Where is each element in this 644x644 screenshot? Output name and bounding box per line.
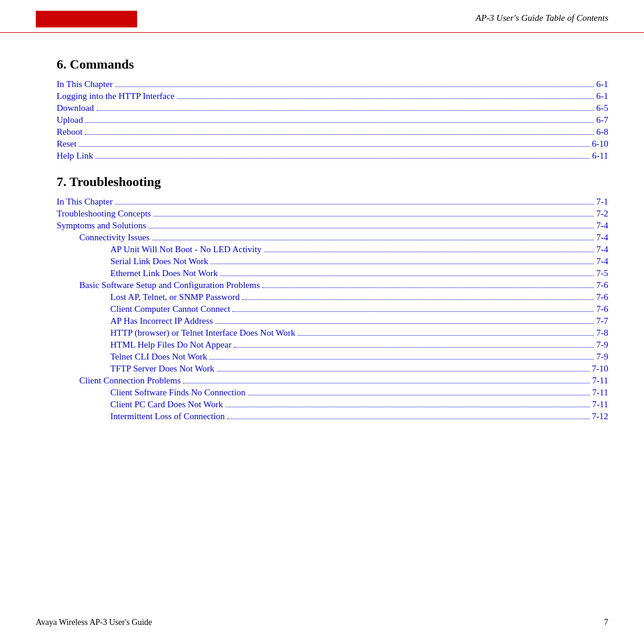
toc-link[interactable]: Client Connection Problems xyxy=(79,376,181,386)
toc-page: 6-1 xyxy=(596,91,608,101)
toc-dots xyxy=(248,395,590,395)
toc-link[interactable]: Basic Software Setup and Configuration P… xyxy=(79,280,260,290)
toc-dots xyxy=(148,228,594,228)
toc-link[interactable]: TFTP Server Does Not Work xyxy=(110,364,215,374)
toc-page: 6-10 xyxy=(592,139,609,149)
toc-entry: Telnet CLI Does Not Work7-9 xyxy=(57,352,608,362)
toc-entry: TFTP Server Does Not Work7-10 xyxy=(57,364,608,374)
toc-page: 7-9 xyxy=(596,352,608,362)
toc-link[interactable]: Logging into the HTTP Interface xyxy=(57,91,175,101)
toc-link[interactable]: HTTP (browser) or Telnet Interface Does … xyxy=(110,328,295,338)
toc-link[interactable]: In This Chapter xyxy=(57,79,113,89)
toc-entry: Serial Link Does Not Work7-4 xyxy=(57,256,608,267)
toc-page: 6-7 xyxy=(596,115,608,125)
toc-page: 6-11 xyxy=(592,151,608,161)
toc-link[interactable]: Lost AP, Telnet, or SNMP Password xyxy=(110,292,240,302)
footer: Avaya Wireless AP-3 User's Guide 7 xyxy=(36,618,608,627)
toc-link[interactable]: Client Computer Cannot Connect xyxy=(110,304,230,314)
content: 6. CommandsIn This Chapter6-1Logging int… xyxy=(0,33,644,422)
toc-entry: Client PC Card Does Not Work7-11 xyxy=(57,400,608,410)
toc-dots xyxy=(97,110,595,111)
toc-entry: Upload6-7 xyxy=(57,115,608,125)
toc-link[interactable]: AP Has Incorrect IP Address xyxy=(110,316,213,326)
toc-link[interactable]: Serial Link Does Not Work xyxy=(110,256,208,267)
toc-link[interactable]: Help Link xyxy=(57,151,93,161)
toc-link[interactable]: Upload xyxy=(57,115,83,125)
toc-link[interactable]: Telnet CLI Does Not Work xyxy=(110,352,207,362)
toc-dots xyxy=(217,371,590,371)
toc-dots xyxy=(177,98,594,99)
toc-page: 7-6 xyxy=(596,304,608,314)
toc-entry: HTML Help Files Do Not Appear7-9 xyxy=(57,340,608,350)
toc-dots xyxy=(225,407,590,407)
toc-dots xyxy=(95,158,590,159)
toc-link[interactable]: Reboot xyxy=(57,127,82,137)
toc-entry: Symptoms and Solutions7-4 xyxy=(57,221,608,231)
toc-link[interactable]: Troubleshooting Concepts xyxy=(57,209,151,219)
footer-left: Avaya Wireless AP-3 User's Guide xyxy=(36,618,152,627)
toc-entry: Connectivity Issues7-4 xyxy=(57,233,608,243)
toc-dots xyxy=(79,146,589,147)
toc-dots xyxy=(242,299,594,300)
toc-entry: HTTP (browser) or Telnet Interface Does … xyxy=(57,328,608,338)
toc-link[interactable]: Reset xyxy=(57,139,76,149)
toc-entry: AP Unit Will Not Boot - No LED Activity7… xyxy=(57,244,608,255)
toc-dots xyxy=(227,419,589,419)
toc-dots xyxy=(264,252,594,252)
toc-entry: Basic Software Setup and Configuration P… xyxy=(57,280,608,290)
toc-entry: Troubleshooting Concepts7-2 xyxy=(57,209,608,219)
toc-page: 7-1 xyxy=(596,197,608,207)
toc-page: 7-10 xyxy=(592,364,609,374)
toc-page: 7-5 xyxy=(596,268,608,278)
toc-page: 7-4 xyxy=(596,221,608,231)
toc-dots xyxy=(210,264,594,264)
toc-link[interactable]: AP Unit Will Not Boot - No LED Activity xyxy=(110,244,262,255)
toc-dots xyxy=(115,204,594,205)
toc-dots xyxy=(220,275,594,276)
toc-dots xyxy=(115,86,594,87)
toc-page: 7-4 xyxy=(596,233,608,243)
toc-page: 6-5 xyxy=(596,103,608,113)
toc-link[interactable]: Intermittent Loss of Connection xyxy=(110,411,225,422)
toc-entry: In This Chapter6-1 xyxy=(57,79,608,89)
toc-link[interactable]: Connectivity Issues xyxy=(79,233,150,243)
header-title: AP-3 User's Guide Table of Contents xyxy=(476,11,608,23)
toc-page: 7-7 xyxy=(596,316,608,326)
toc-link[interactable]: In This Chapter xyxy=(57,197,113,207)
toc-page: 7-4 xyxy=(596,244,608,255)
toc-entry: Lost AP, Telnet, or SNMP Password7-6 xyxy=(57,292,608,302)
toc-dots xyxy=(262,287,594,288)
toc-dots xyxy=(85,134,594,135)
header: AP-3 User's Guide Table of Contents xyxy=(0,0,644,33)
toc-page: 7-9 xyxy=(596,340,608,350)
toc-page: 7-2 xyxy=(596,209,608,219)
toc-page: 7-6 xyxy=(596,292,608,302)
toc-link[interactable]: Client PC Card Does Not Work xyxy=(110,400,223,410)
footer-right: 7 xyxy=(604,618,608,627)
toc-dots xyxy=(215,323,594,324)
toc-link[interactable]: Client Software Finds No Connection xyxy=(110,388,246,398)
header-red-bar xyxy=(36,11,137,27)
page: AP-3 User's Guide Table of Contents 6. C… xyxy=(0,0,644,644)
toc-link[interactable]: HTML Help Files Do Not Appear xyxy=(110,340,231,350)
toc-page: 7-12 xyxy=(592,411,609,422)
toc-dots xyxy=(209,359,594,360)
toc-link[interactable]: Symptoms and Solutions xyxy=(57,221,146,231)
section-heading-1: 7. Troubleshooting xyxy=(57,174,608,190)
toc-dots xyxy=(153,216,594,216)
toc-link[interactable]: Ethernet Link Does Not Work xyxy=(110,268,218,278)
toc-entry: Ethernet Link Does Not Work7-5 xyxy=(57,268,608,278)
toc-page: 6-8 xyxy=(596,127,608,137)
toc-entry: Logging into the HTTP Interface6-1 xyxy=(57,91,608,101)
toc-page: 7-11 xyxy=(592,400,608,410)
toc-entry: Help Link6-11 xyxy=(57,151,608,161)
toc-dots xyxy=(234,347,594,348)
toc-entry: In This Chapter7-1 xyxy=(57,197,608,207)
toc-page: 7-6 xyxy=(596,280,608,290)
toc-dots xyxy=(233,311,594,312)
toc-dots xyxy=(85,122,594,123)
toc-entry: Download6-5 xyxy=(57,103,608,113)
toc-dots xyxy=(152,240,594,240)
toc-dots xyxy=(183,383,590,383)
toc-link[interactable]: Download xyxy=(57,103,94,113)
